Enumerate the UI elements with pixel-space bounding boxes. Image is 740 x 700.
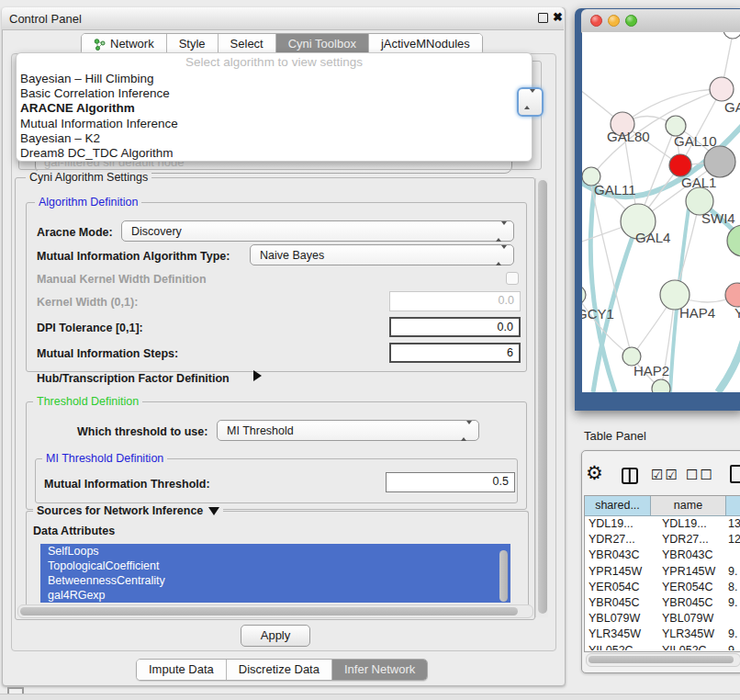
node-table: shared...name YDL19...YDL19...13YDR27...… — [584, 495, 740, 652]
table-cell: YDL19... — [662, 516, 726, 532]
network-canvas[interactable]: GALGAL80GAL10GAL1GAL11SWI4GAL4GCY1HAP4YH… — [582, 32, 740, 392]
gear-icon[interactable]: ⚙ — [586, 462, 603, 484]
network-window-titlebar[interactable] — [581, 9, 740, 33]
table-cell: 9. — [728, 643, 740, 651]
bottom-tabs: Impute DataDiscretize DataInfer Network — [136, 659, 428, 681]
tab-jactivemnodules[interactable]: jActiveMNodules — [369, 34, 482, 54]
settings-horizontal-scrollbar[interactable] — [17, 604, 533, 618]
tab-infer-network[interactable]: Infer Network — [332, 660, 427, 680]
collapse-down-icon[interactable] — [208, 507, 219, 515]
table-rows: YDL19...YDL19...13YDR27...YDR27...12YBR0… — [585, 516, 740, 650]
attribute-item[interactable]: SelfLoops — [40, 544, 510, 559]
algorithm-option[interactable]: Bayesian – Hill Climbing — [20, 72, 525, 86]
spinner-arrows-icon — [524, 93, 535, 106]
algorithm-placeholder: Select algorithm to view settings — [17, 55, 532, 69]
table-row[interactable]: YDR27...YDR27...12 — [585, 532, 740, 548]
sources-legend-text: Sources for Network Inference — [37, 504, 203, 517]
table-cell: YBR043C — [662, 548, 726, 563]
hub-section-label[interactable]: Hub/Transcription Factor Definition — [37, 372, 230, 385]
algorithm-dropdown-popup: Select algorithm to view settings Bayesi… — [16, 52, 533, 162]
algorithm-combo-arrow-button[interactable] — [517, 87, 544, 117]
network-node[interactable] — [710, 77, 734, 101]
table-cell: YIL052C — [589, 643, 651, 651]
table-cell: YDL19... — [589, 516, 651, 532]
scrollbar-thumb[interactable] — [20, 607, 518, 615]
which-threshold-select[interactable]: MI Threshold — [217, 420, 479, 441]
table-row[interactable]: YDL19...YDL19...13 — [585, 516, 740, 532]
mi-type-select[interactable]: Naive Bayes — [250, 244, 514, 265]
node-label: GAL — [724, 99, 740, 115]
minimize-window-button[interactable] — [608, 15, 620, 27]
algorithm-option[interactable]: Basic Correlation Inference — [20, 86, 525, 101]
algorithm-option[interactable]: Dream8 DC_TDC Algorithm — [20, 146, 525, 161]
checked-pair-icon[interactable]: ☑☑ — [651, 467, 679, 483]
sources-legend[interactable]: Sources for Network Inference — [33, 504, 223, 517]
network-node[interactable] — [723, 32, 740, 39]
table-cell: YER054C — [589, 580, 651, 595]
column-header[interactable]: shared... — [585, 496, 651, 516]
apply-button[interactable]: Apply — [241, 625, 310, 647]
unchecked-pair-icon[interactable]: ☐☐ — [686, 467, 714, 483]
table-horizontal-scrollbar[interactable] — [586, 653, 740, 667]
attribute-item[interactable]: BetweennessCentrality — [40, 573, 510, 588]
tab-discretize-data[interactable]: Discretize Data — [227, 660, 332, 680]
network-node[interactable] — [727, 225, 740, 256]
table-row[interactable]: YBL079WYBL079W — [585, 611, 740, 627]
table-row[interactable]: YIL052CYIL052C9. — [585, 643, 740, 651]
mi-type-label: Mutual Information Algorithm Type: — [37, 250, 230, 263]
expand-right-icon[interactable] — [253, 370, 262, 384]
tab-style[interactable]: Style — [167, 34, 219, 54]
network-graph: GALGAL80GAL10GAL1GAL11SWI4GAL4GCY1HAP4YH… — [582, 32, 740, 392]
close-icon[interactable]: ✖ — [553, 10, 563, 24]
tab-select[interactable]: Select — [219, 34, 276, 54]
settings-vertical-scrollbar[interactable] — [535, 178, 548, 617]
tab-label: Select — [230, 34, 263, 54]
tab-label: Cyni Toolbox — [288, 34, 356, 54]
mi-threshold-label: Mutual Information Threshold: — [44, 478, 210, 491]
float-window-icon[interactable] — [538, 13, 548, 23]
column-header[interactable]: name — [651, 496, 726, 516]
attributes-scrollbar-thumb[interactable] — [499, 550, 508, 602]
algorithm-option[interactable]: Mutual Information Inference — [20, 117, 525, 131]
node-label: Y — [734, 305, 740, 321]
table-row[interactable]: YBR043CYBR043C — [585, 548, 740, 563]
network-node[interactable] — [582, 286, 586, 304]
scrollbar-thumb[interactable] — [589, 656, 734, 663]
columns-icon[interactable] — [622, 468, 638, 484]
tab-cyni-toolbox[interactable]: Cyni Toolbox — [276, 34, 369, 54]
scrollbar-thumb[interactable] — [538, 180, 547, 614]
network-node[interactable] — [725, 283, 740, 307]
tab-label: jActiveMNodules — [381, 34, 470, 54]
table-cell: YDR27... — [589, 532, 651, 548]
network-edge[interactable] — [718, 333, 740, 392]
attribute-item[interactable]: gal4RGexp — [40, 588, 510, 603]
control-panel-titlebar[interactable] — [2, 7, 564, 30]
table-row[interactable]: YBR045CYBR045C9. — [585, 595, 740, 611]
tab-network[interactable]: Network — [82, 34, 167, 54]
mi-steps-field[interactable]: 6 — [389, 343, 521, 363]
column-header[interactable] — [726, 496, 740, 516]
node-label: HAP2 — [633, 363, 669, 378]
table-cell: 12 — [728, 532, 740, 548]
mi-threshold-field[interactable]: 0.5 — [386, 472, 515, 492]
dpi-tolerance-field[interactable]: 0.0 — [389, 317, 521, 337]
table-row[interactable]: YLR345WYLR345W9. — [585, 627, 740, 642]
zoom-window-button[interactable] — [625, 15, 637, 27]
manual-kernel-label: Manual Kernel Width Definition — [37, 273, 207, 286]
table-row[interactable]: YER054CYER054C8. — [585, 580, 740, 595]
kernel-width-field[interactable]: 0.0 — [389, 291, 521, 311]
network-node[interactable] — [652, 379, 670, 392]
algorithm-option[interactable]: Bayesian – K2 — [20, 131, 525, 146]
document-icon[interactable] — [730, 465, 740, 483]
network-node[interactable] — [669, 154, 691, 176]
network-node[interactable] — [704, 146, 735, 177]
table-row[interactable]: YPR145WYPR145W9. — [585, 564, 740, 580]
manual-kernel-checkbox[interactable] — [506, 272, 519, 285]
table-cell: 13 — [728, 516, 740, 532]
close-window-button[interactable] — [590, 15, 602, 27]
algorithm-option[interactable]: ARACNE Algorithm — [20, 101, 525, 116]
attribute-item[interactable]: TopologicalCoefficient — [40, 559, 510, 573]
tab-impute-data[interactable]: Impute Data — [137, 660, 227, 680]
aracne-mode-select[interactable]: Discovery — [121, 220, 514, 242]
network-edge[interactable] — [590, 184, 615, 392]
